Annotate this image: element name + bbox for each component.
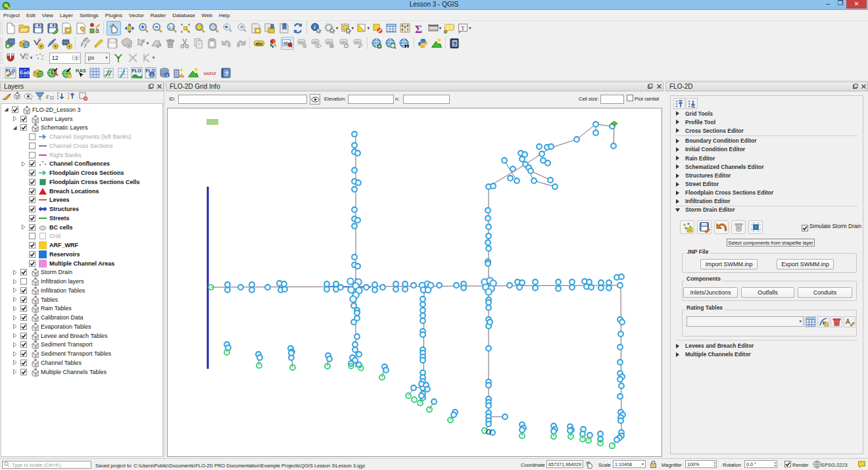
svg-text:FLOOD: FLOOD: [20, 71, 30, 75]
svg-text:ab: ab: [283, 40, 289, 45]
svg-text:HAZUS: HAZUS: [204, 71, 216, 75]
svg-text:abc: abc: [341, 39, 347, 43]
svg-text:?: ?: [225, 70, 229, 77]
svg-text:i: i: [151, 72, 153, 78]
svg-text:ε: ε: [46, 92, 49, 100]
svg-text:Σ: Σ: [415, 23, 422, 34]
svg-text:1:1: 1:1: [168, 26, 174, 30]
svg-text:abc: abc: [327, 39, 333, 43]
svg-text:abc: abc: [312, 39, 318, 43]
svg-text:abc: abc: [355, 39, 361, 43]
svg-text:A: A: [846, 318, 850, 325]
svg-text:FLO: FLO: [6, 68, 16, 73]
svg-text:abc: abc: [255, 41, 263, 45]
svg-text:?: ?: [453, 40, 456, 47]
svg-text:T: T: [461, 25, 465, 32]
svg-text:i: i: [166, 73, 168, 78]
svg-text:RAS: RAS: [76, 68, 86, 74]
svg-text:abc: abc: [299, 39, 304, 43]
svg-text:FLO: FLO: [132, 68, 142, 73]
